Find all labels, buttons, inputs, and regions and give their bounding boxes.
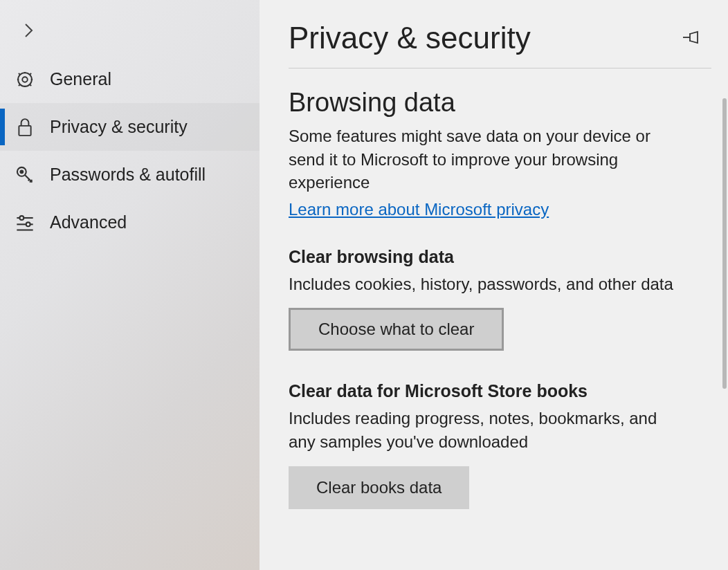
clear-browsing-title: Clear browsing data xyxy=(289,247,711,267)
sidebar-item-advanced[interactable]: Advanced xyxy=(0,199,260,246)
sidebar-item-passwords[interactable]: Passwords & autofill xyxy=(0,151,260,199)
sliders-icon xyxy=(15,213,35,232)
svg-point-6 xyxy=(19,216,24,220)
svg-point-4 xyxy=(20,170,23,173)
sidebar-item-label: Passwords & autofill xyxy=(50,165,206,185)
page-title: Privacy & security xyxy=(289,21,531,55)
sidebar-item-privacy[interactable]: Privacy & security xyxy=(0,103,260,151)
settings-sidebar: General Privacy & security Passwords & a… xyxy=(0,0,260,570)
browsing-data-description: Some features might save data on your de… xyxy=(289,125,683,194)
sidebar-item-general[interactable]: General xyxy=(0,55,260,103)
choose-what-to-clear-button[interactable]: Choose what to clear xyxy=(289,308,504,351)
pin-icon xyxy=(682,37,702,47)
clear-books-title: Clear data for Microsoft Store books xyxy=(289,381,711,401)
svg-point-1 xyxy=(18,73,32,86)
clear-books-data-button[interactable]: Clear books data xyxy=(289,466,469,509)
key-icon xyxy=(15,165,35,185)
svg-point-8 xyxy=(26,222,30,226)
sidebar-item-label: Advanced xyxy=(50,212,127,232)
main-header: Privacy & security xyxy=(289,21,711,68)
learn-more-link[interactable]: Learn more about Microsoft privacy xyxy=(289,200,549,219)
sidebar-item-label: General xyxy=(50,69,111,89)
clear-books-description: Includes reading progress, notes, bookma… xyxy=(289,407,683,453)
lock-icon xyxy=(15,118,35,137)
pin-button[interactable] xyxy=(680,27,704,50)
scrollbar-thumb[interactable] xyxy=(722,98,727,389)
sidebar-top xyxy=(0,14,260,55)
svg-point-0 xyxy=(22,77,27,82)
svg-rect-2 xyxy=(19,125,30,135)
gear-icon xyxy=(15,70,35,89)
clear-browsing-description: Includes cookies, history, passwords, an… xyxy=(289,273,683,296)
chevron-right-icon xyxy=(19,21,39,40)
sidebar-item-label: Privacy & security xyxy=(50,117,188,137)
browsing-data-title: Browsing data xyxy=(289,88,711,118)
main-content: Privacy & security Browsing data Some fe… xyxy=(260,0,728,570)
expand-button[interactable] xyxy=(19,21,39,40)
